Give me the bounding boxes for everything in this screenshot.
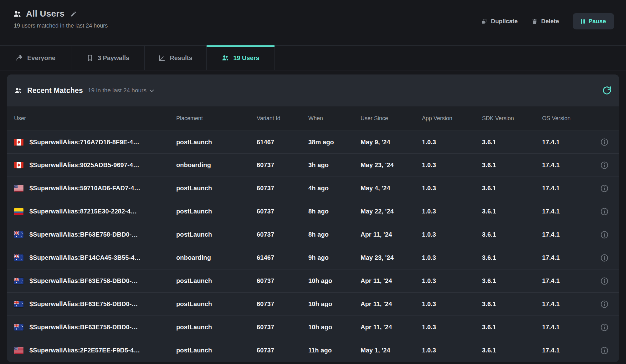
pause-button[interactable]: Pause [573,13,614,29]
placement-cell: postLaunch [176,347,257,354]
app-version-cell: 1.0.3 [422,324,482,331]
table-header-row: User Placement Variant Id When User Sinc… [7,106,619,131]
recent-matches-panel: Recent Matches 19 in the last 24 hours U… [7,74,619,362]
user-since-cell: May 23, '24 [361,254,422,261]
user-alias: $SuperwallAlias:9025ADB5-9697-4… [29,161,139,169]
app-version-cell: 1.0.3 [422,139,482,146]
col-os-version: OS Version [542,115,592,122]
app-version-cell: 1.0.3 [422,185,482,192]
app-version-cell: 1.0.3 [422,300,482,308]
user-since-cell: Apr 11, '24 [361,300,422,308]
user-since-cell: May 4, '24 [361,185,422,192]
pause-icon [581,19,585,24]
info-icon[interactable] [600,207,609,216]
country-flag-icon [14,347,23,354]
when-cell: 8h ago [308,208,361,215]
os-version-cell: 17.4.1 [542,208,592,215]
audience-arrow-icon [16,54,23,62]
user-since-cell: Apr 11, '24 [361,231,422,238]
tab-everyone[interactable]: Everyone [0,46,71,70]
user-since-cell: Apr 11, '24 [361,277,422,285]
table-row[interactable]: $SuperwallAlias:2F2E57EE-F9D5-4… postLau… [7,339,619,362]
tab-users[interactable]: 19 Users [207,46,275,70]
time-range-dropdown[interactable]: 19 in the last 24 hours [88,87,154,94]
edit-pencil-icon[interactable] [70,11,77,17]
user-since-cell: Apr 11, '24 [361,324,422,331]
table-row[interactable]: $SuperwallAlias:59710AD6-FAD7-4… postLau… [7,177,619,200]
duplicate-button[interactable]: Duplicate [481,18,518,25]
placement-cell: postLaunch [176,277,257,285]
tab-paywalls[interactable]: 3 Paywalls [71,46,145,70]
sdk-version-cell: 3.6.1 [482,347,542,354]
info-icon[interactable] [600,323,609,332]
table-row[interactable]: $SuperwallAlias:9025ADB5-9697-4… onboard… [7,154,619,177]
variant-id-cell: 60737 [257,300,308,308]
os-version-cell: 17.4.1 [542,347,592,354]
user-alias: $SuperwallAlias:BF63E758-DBD0-… [29,300,138,308]
when-cell: 10h ago [308,324,361,331]
info-icon[interactable] [600,300,609,309]
info-icon[interactable] [600,254,609,262]
user-alias: $SuperwallAlias:BF63E758-DBD0-… [29,324,138,331]
table-row[interactable]: $SuperwallAlias:BF63E758-DBD0-… postLaun… [7,269,619,293]
when-cell: 4h ago [308,185,361,192]
when-cell: 3h ago [308,161,361,169]
os-version-cell: 17.4.1 [542,254,592,261]
sdk-version-cell: 3.6.1 [482,254,542,261]
info-icon[interactable] [600,230,609,239]
info-icon[interactable] [600,346,609,355]
duplicate-icon [481,18,487,25]
table-row[interactable]: $SuperwallAlias:BF63E758-DBD0-… postLaun… [7,223,619,246]
user-alias: $SuperwallAlias:BF63E758-DBD0-… [29,277,138,285]
table-row[interactable]: $SuperwallAlias:87215E30-2282-4… postLau… [7,200,619,223]
top-bar: All Users 19 users matched in the last 2… [0,0,626,45]
page-title: All Users [26,9,64,19]
info-icon[interactable] [600,161,609,170]
placement-cell: onboarding [176,254,257,261]
user-alias: $SuperwallAlias:BF63E758-DBD0-… [29,231,138,238]
panel-header: Recent Matches 19 in the last 24 hours [7,74,619,106]
user-since-cell: May 23, '24 [361,161,422,169]
phone-icon [86,54,94,62]
table-row[interactable]: $SuperwallAlias:BF63E758-DBD0-… postLaun… [7,316,619,339]
app-version-cell: 1.0.3 [422,231,482,238]
os-version-cell: 17.4.1 [542,185,592,192]
variant-id-cell: 60737 [257,231,308,238]
refresh-icon[interactable] [602,86,612,95]
variant-id-cell: 61467 [257,254,308,261]
col-when: When [308,115,361,122]
col-user: User [14,115,176,122]
info-icon[interactable] [600,277,609,285]
app-version-cell: 1.0.3 [422,347,482,354]
col-app-version: App Version [422,115,482,122]
os-version-cell: 17.4.1 [542,277,592,285]
user-since-cell: May 9, '24 [361,139,422,146]
table-row[interactable]: $SuperwallAlias:716A7D18-8F9E-4… postLau… [7,131,619,154]
variant-id-cell: 61467 [257,139,308,146]
variant-id-cell: 60737 [257,347,308,354]
table-row[interactable]: $SuperwallAlias:BF63E758-DBD0-… postLaun… [7,293,619,316]
sdk-version-cell: 3.6.1 [482,300,542,308]
sdk-version-cell: 3.6.1 [482,208,542,215]
country-flag-icon [14,301,23,307]
placement-cell: postLaunch [176,324,257,331]
when-cell: 10h ago [308,300,361,308]
delete-button[interactable]: Delete [531,18,559,25]
sdk-version-cell: 3.6.1 [482,161,542,169]
country-flag-icon [14,208,23,215]
os-version-cell: 17.4.1 [542,139,592,146]
os-version-cell: 17.4.1 [542,300,592,308]
country-flag-icon [14,278,23,284]
info-icon[interactable] [600,138,609,146]
page-subtitle: 19 users matched in the last 24 hours [14,23,108,29]
country-flag-icon [14,185,23,192]
placement-cell: onboarding [176,161,257,169]
tab-results[interactable]: Results [145,46,207,70]
app-version-cell: 1.0.3 [422,161,482,169]
users-icon [14,87,22,95]
col-sdk-version: SDK Version [482,115,542,122]
info-icon[interactable] [600,184,609,193]
table-row[interactable]: $SuperwallAlias:BF14CA45-3B55-4… onboard… [7,246,619,269]
os-version-cell: 17.4.1 [542,231,592,238]
variant-id-cell: 60737 [257,161,308,169]
